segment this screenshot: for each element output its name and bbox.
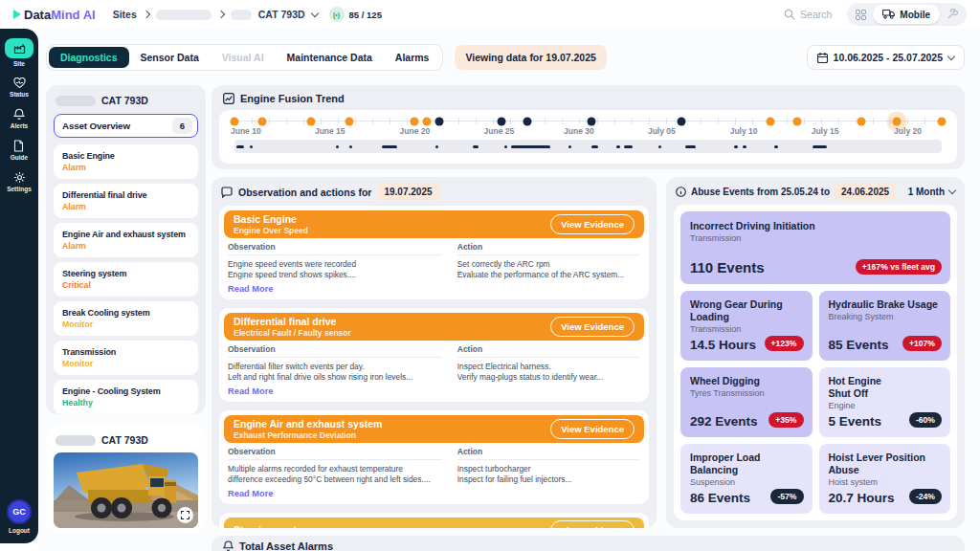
tab-sensor-data[interactable]: Sensor Data (129, 47, 211, 68)
bell-icon (223, 540, 234, 551)
tab-diagnostics[interactable]: Diagnostics (49, 47, 129, 68)
observation-card-subtitle: Electrical Fault / Faulty sensor (234, 328, 351, 338)
asset-item-status: Alarm (62, 241, 189, 252)
density-mark (813, 145, 827, 148)
abuse-event-card[interactable]: Hot Engine Shut OffEngine5 Events-60% (819, 367, 951, 437)
abuse-event-card[interactable]: Improper Load BalancingSuspension86 Even… (680, 444, 813, 514)
asset-list-item[interactable]: Break Cooling systemMonitor (54, 301, 198, 336)
fleet-avg-badge: +167% vs fleet avg (856, 259, 942, 275)
logo-play-icon (13, 10, 21, 19)
tab-bar: DiagnosticsSensor DataVisual AIMaintenan… (46, 44, 443, 71)
abuse-card-title: Wrong Gear During Loading (690, 298, 803, 323)
density-mark (624, 145, 633, 148)
mobile-view-button[interactable]: Mobile (873, 5, 940, 24)
abuse-card-title: Hoist Lever Position Abuse (829, 452, 942, 476)
date-range-picker[interactable]: 10.06.2025 - 25.07.2025 (807, 45, 965, 70)
period-dropdown[interactable]: 1 Month (908, 187, 955, 197)
timeline-event-dot[interactable] (306, 117, 315, 125)
timeline-event-dot[interactable] (497, 117, 505, 125)
timeline-event-dot[interactable] (678, 117, 686, 125)
timeline-event-dot[interactable] (345, 117, 353, 125)
asset-list-item[interactable]: TransmissionMonitor (54, 341, 198, 375)
asset-list-title: CAT 793D (101, 95, 148, 106)
asset-item-status: Monitor (62, 320, 189, 330)
density-mark (568, 145, 571, 148)
tab-maintenance-data[interactable]: Maintenance Data (276, 47, 384, 68)
asset-list-item[interactable]: Engine - Cooling SystemHealthy (54, 380, 198, 414)
view-evidence-button[interactable]: View Evidence (550, 419, 635, 439)
abuse-event-card[interactable]: Hoist Lever Position AbuseHoist system20… (819, 444, 951, 514)
asset-item-name: Basic Engine (62, 150, 189, 162)
asset-list-item[interactable]: Engine Air and exhaust systemAlarm (54, 223, 198, 257)
timeline-event-dot[interactable] (857, 117, 865, 125)
sidebar-item-status[interactable]: Status (10, 77, 29, 98)
read-more-link[interactable]: Read More (228, 386, 442, 396)
timeline-event-dot[interactable] (257, 117, 266, 125)
sidebar-item-label: Settings (7, 186, 32, 192)
timeline-event-dot[interactable] (792, 117, 801, 125)
grid-view-button[interactable] (849, 10, 873, 20)
search-icon (784, 9, 795, 20)
timeline-event-dot[interactable] (767, 117, 775, 125)
main-content: DiagnosticsSensor DataVisual AIMaintenan… (38, 29, 980, 551)
abuse-event-card[interactable]: Wheel DiggingTyres Transmission292 Event… (680, 367, 813, 437)
view-evidence-button[interactable]: View Evidence (550, 317, 635, 337)
timeline-event-dot[interactable] (434, 117, 443, 125)
tab-visual-ai[interactable]: Visual AI (211, 47, 276, 68)
tab-alarms[interactable]: Alarms (384, 47, 441, 68)
timeline-event-dot[interactable] (231, 117, 239, 125)
timeline-event-dot[interactable] (588, 117, 596, 125)
abuse-hero-card[interactable]: Incorrect Driving Initiation Transmissio… (680, 211, 950, 284)
expand-photo-button[interactable] (177, 507, 193, 523)
timeline-date-label: June 15 (315, 126, 345, 136)
abuse-card-value: 14.5 Hours (690, 338, 756, 352)
logout-label[interactable]: Logout (9, 527, 30, 534)
timeline-event-dot[interactable] (892, 117, 901, 125)
asset-item-status: Monitor (62, 359, 189, 369)
timeline-date-label: July 05 (648, 126, 676, 136)
sidebar: SiteStatusAlertsGuideSettings GC Logout (0, 29, 38, 543)
gear-icon (13, 171, 26, 184)
abuse-event-card[interactable]: Hydraulic Brake UsageBreaking System85 E… (819, 291, 951, 361)
density-mark (435, 145, 438, 148)
timeline-event-dot[interactable] (523, 117, 531, 125)
timeline-event-dot[interactable] (411, 117, 419, 125)
observations-panel: Observation and actions for 19.07.2025 B… (212, 177, 657, 528)
asset-item-name: Engine - Cooling System (62, 386, 189, 397)
comment-icon (221, 187, 233, 198)
search-button[interactable]: Search (784, 9, 832, 20)
asset-list-item[interactable]: Steering systemCritical (54, 262, 198, 297)
breadcrumb-asset[interactable]: CAT 793D (258, 9, 305, 20)
trend-timeline[interactable]: June 10June 15June 20June 25June 30July … (219, 110, 957, 164)
timeline-date-label: June 20 (400, 126, 431, 136)
redacted-site-name[interactable] (156, 10, 212, 20)
sidebar-item-alerts[interactable]: Alerts (11, 108, 28, 129)
view-evidence-button[interactable]: View Evidence (550, 520, 635, 528)
view-evidence-button[interactable]: View Evidence (550, 214, 635, 234)
chevron-down-icon[interactable] (310, 9, 318, 16)
density-mark (685, 145, 696, 148)
timeline-event-dot[interactable] (423, 117, 432, 125)
timeline-event-dot[interactable] (938, 117, 947, 125)
action-line: Inspect turbocharger (457, 464, 640, 474)
read-more-link[interactable]: Read More (228, 489, 442, 498)
breadcrumb-sites[interactable]: Sites (113, 9, 137, 20)
redacted-asset-prefix (231, 10, 252, 20)
chevron-right-icon (217, 11, 225, 18)
avatar[interactable]: GC (7, 499, 32, 524)
sidebar-item-guide[interactable]: Guide (11, 140, 28, 161)
asset-overview-item[interactable]: Asset Overview 6 (54, 114, 198, 138)
action-line: Set correctly the ARC rpm (457, 259, 640, 270)
abuse-card-subtitle: Transmission (690, 324, 803, 334)
sidebar-item-settings[interactable]: Settings (7, 171, 32, 192)
sidebar-item-site[interactable]: Site (5, 38, 33, 67)
asset-list-item[interactable]: Differential final driveAlarm (54, 184, 198, 218)
datamind-logo[interactable]: DataMind AI (13, 8, 96, 22)
tools-view-button[interactable] (940, 9, 965, 20)
density-mark (336, 145, 339, 148)
redacted-asset-id (56, 96, 96, 106)
read-more-link[interactable]: Read More (228, 284, 442, 294)
asset-list-item[interactable]: Basic EngineAlarm (54, 144, 198, 179)
abuse-event-card[interactable]: Wrong Gear During LoadingTransmission14.… (680, 291, 813, 361)
asset-counter: (•) 85 / 125 (329, 7, 382, 22)
